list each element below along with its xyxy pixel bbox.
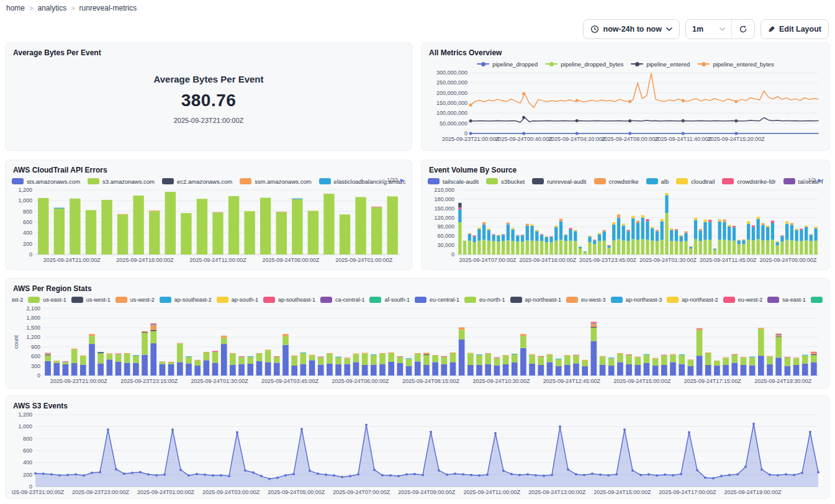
pager-next-icon[interactable]: ▶ (818, 178, 822, 183)
legend-item-pipeline_entered[interactable]: pipeline_entered (631, 61, 690, 68)
svg-text:2025-09-24T15:20:00Z: 2025-09-24T15:20:00Z (708, 136, 765, 142)
legend-item-pipeline_dropped[interactable]: pipeline_dropped (477, 61, 538, 68)
legend-item-us-east-1[interactable]: us-east-1 (28, 297, 66, 303)
legend-item-ap-northeast-1[interactable]: ap-northeast-1 (510, 297, 562, 303)
svg-text:400: 400 (23, 230, 32, 236)
svg-text:2025-09-24T19:00:00Z: 2025-09-24T19:00:00Z (724, 489, 782, 495)
stacked-bar-chart[interactable]: 03006009001,2001,5001,8002,100count2025-… (12, 305, 823, 385)
chevron-down-icon (666, 27, 672, 31)
legend-item-eu-central-1[interactable]: eu-central-1 (415, 297, 459, 303)
legend-item-ap-south-1[interactable]: ap-south-1 (217, 297, 258, 303)
stacked-bar-chart[interactable]: 030,00060,00090,000120,000150,000180,000… (428, 187, 823, 264)
interval-select[interactable]: 1m (686, 20, 731, 38)
interval-refresh-group: 1m (685, 19, 755, 39)
legend-item-ca-central-1[interactable]: ca-central-1 (320, 297, 365, 303)
legend-label: s3bucket (501, 178, 525, 185)
breadcrumb: home > analytics > runreveal-metrics (6, 4, 137, 12)
chart-legend: sts.amazonaws.coms3.amazonaws.comec2.ama… (12, 176, 405, 187)
panel-title: Average Bytes Per Event (13, 48, 405, 57)
legend-item-cloudtrail[interactable]: cloudtrail (676, 178, 715, 185)
chart-legend: pipeline_droppedpipeline_dropped_bytespi… (428, 58, 823, 70)
svg-text:2025-09-24T05:00:00Z: 2025-09-24T05:00:00Z (760, 257, 818, 263)
area-chart[interactable]: 02004006008001,0001,2002025-09-23T21:00:… (12, 412, 823, 496)
legend-item-ec2.amazonaws.com[interactable]: ec2.amazonaws.com (162, 178, 232, 185)
pager-count: 1/2 (808, 177, 816, 183)
legend-item-crowdstrike[interactable]: crowdstrike (594, 178, 639, 185)
refresh-icon (739, 25, 747, 34)
legend-item-tailscale-audit[interactable]: tailscale-audit (428, 178, 479, 185)
legend-item-crowdstrike-fdr[interactable]: crowdstrike-fdr (722, 178, 775, 185)
svg-text:300,000,000: 300,000,000 (436, 70, 467, 76)
legend-line-dot-marker (545, 61, 557, 66)
breadcrumb-home[interactable]: home (6, 4, 25, 12)
legend-label: ec2.amazonaws.com (177, 178, 232, 185)
legend-swatch (646, 178, 658, 184)
legend-item-eu-north-1[interactable]: eu-north-1 (464, 297, 505, 303)
legend-item-eu-west-2[interactable]: eu-west-2 (723, 297, 763, 303)
svg-text:2025-09-23T23:45:00Z: 2025-09-23T23:45:00Z (579, 257, 637, 263)
legend-item-us-west-2[interactable]: us-west-2 (115, 297, 155, 303)
panel-cloudtrail-api-errors: AWS CloudTrail API Errors sts.amazonaws.… (5, 160, 412, 270)
svg-text:2025-09-24T13:00:00Z: 2025-09-24T13:00:00Z (528, 489, 586, 495)
legend-item-ap-northeast-3[interactable]: ap-northeast-3 (611, 297, 662, 303)
legend-item-ap-northeast-2[interactable]: ap-northeast-2 (667, 297, 718, 303)
line-chart[interactable]: 050,000,000100,000,000150,000,000200,000… (428, 70, 823, 143)
pager-prev-icon[interactable]: ◀ (381, 178, 384, 183)
legend-item-sa-east-1[interactable]: sa-east-1 (767, 297, 806, 303)
edit-layout-button[interactable]: ✎ Edit Layout (761, 19, 829, 39)
legend-item-ssm.amazonaws.com[interactable]: ssm.amazonaws.com (240, 178, 311, 185)
legend-item-s3.amazonaws.com[interactable]: s3.amazonaws.com (88, 178, 155, 185)
chart-legend: us-east-2us-east-1us-west-1us-west-2ap-s… (12, 294, 823, 305)
legend-item-ap-southeast-1[interactable]: ap-southeast-1 (263, 297, 315, 303)
legend-label: ap-northeast-3 (626, 297, 662, 303)
legend-item-eu-west-3[interactable]: eu-west-3 (566, 297, 606, 303)
time-range-button[interactable]: now-24h to now (583, 19, 680, 39)
legend-label: pipeline_dropped (492, 61, 538, 68)
svg-text:0: 0 (451, 251, 454, 258)
legend-label: sts.amazonaws.com (27, 178, 80, 185)
breadcrumb-analytics[interactable]: analytics (37, 4, 66, 12)
legend-item-pipeline_dropped_bytes[interactable]: pipeline_dropped_bytes (545, 61, 623, 68)
bar-chart[interactable]: 02004006008001,0001,2002025-09-24T21:00:… (12, 187, 405, 264)
svg-text:2,100: 2,100 (26, 305, 40, 312)
stat-heading: Average Bytes Per Event (153, 74, 263, 84)
svg-text:150,000: 150,000 (434, 205, 454, 212)
svg-text:200: 200 (23, 241, 32, 247)
panel-title: Event Volume By Source (429, 166, 823, 174)
legend-item-us-east-2[interactable]: us-east-2 (12, 297, 23, 303)
legend-item-us-west-1[interactable]: us-west-1 (71, 297, 111, 303)
svg-text:2025-09-24T15:00:00Z: 2025-09-24T15:00:00Z (613, 378, 671, 384)
legend-item-alb[interactable]: alb (646, 178, 669, 185)
pager-next-icon[interactable]: ▶ (400, 178, 404, 183)
svg-text:2025-09-24T16:00:00Z: 2025-09-24T16:00:00Z (519, 257, 577, 263)
svg-text:90,000: 90,000 (437, 223, 454, 230)
legend-item-runreveal-audit[interactable]: runreveal-audit (532, 178, 586, 185)
legend-item-sts.amazonaws.com[interactable]: sts.amazonaws.com (12, 178, 80, 185)
panel-aws-s3-events: AWS S3 Events 02004006008001,0001,200202… (5, 395, 830, 499)
panel-all-metrics-overview: All Metrics Overview pipeline_droppedpip… (421, 42, 830, 151)
legend-item-ap-southeast-2[interactable]: ap-southeast-2 (160, 297, 212, 303)
pager-count: 1/33 (387, 177, 398, 183)
pager-prev-icon[interactable]: ◀ (801, 178, 805, 183)
legend-label: crowdstrike-fdr (737, 178, 775, 185)
legend-label: ap-southeast-1 (278, 297, 315, 303)
legend-item-pipeline_entered_bytes[interactable]: pipeline_entered_bytes (697, 61, 774, 68)
legend-item-af-south-1[interactable]: af-south-1 (369, 297, 410, 303)
svg-text:800: 800 (23, 436, 32, 442)
svg-text:2025-09-24T17:15:00Z: 2025-09-24T17:15:00Z (684, 378, 742, 384)
legend-swatch (319, 178, 331, 184)
breadcrumb-current[interactable]: runreveal-metrics (79, 4, 137, 12)
legend-line-dot-marker (697, 61, 710, 66)
svg-text:1,200: 1,200 (26, 334, 40, 340)
legend-label: us-east-1 (43, 297, 66, 303)
refresh-button[interactable] (732, 20, 754, 38)
legend-item-eu-west-1[interactable]: eu-west-1 (811, 297, 823, 303)
legend-swatch (676, 178, 688, 184)
svg-text:400: 400 (23, 459, 32, 466)
svg-text:2025-09-24T10:30:00Z: 2025-09-24T10:30:00Z (472, 378, 530, 384)
svg-text:2025-09-24T19:30:00Z: 2025-09-24T19:30:00Z (754, 378, 812, 384)
svg-text:2025-09-24T07:00:00Z: 2025-09-24T07:00:00Z (459, 257, 517, 263)
svg-text:2025-09-24T01:00:00Z: 2025-09-24T01:00:00Z (137, 489, 195, 495)
legend-item-s3bucket[interactable]: s3bucket (486, 178, 525, 185)
legend-swatch (723, 297, 735, 303)
